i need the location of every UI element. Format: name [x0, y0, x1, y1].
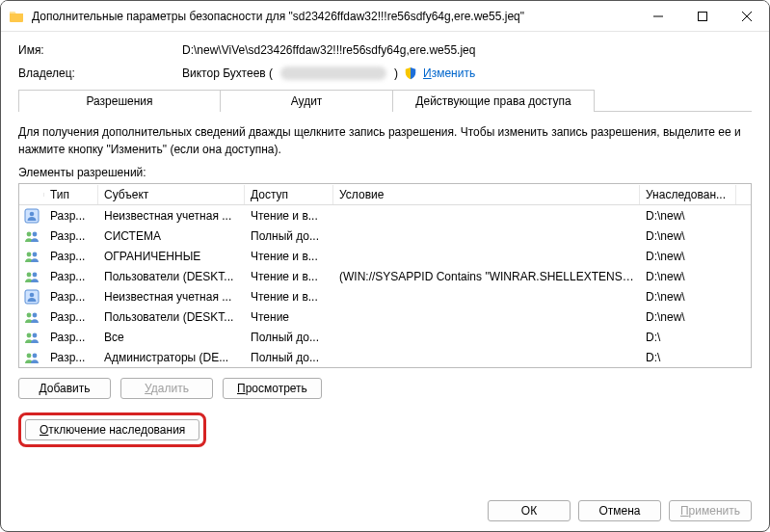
cell-access: Полный до... [245, 349, 333, 366]
owner-label: Владелец: [18, 66, 182, 80]
cell-type: Разр... [44, 349, 98, 366]
table-header: Тип Субъект Доступ Условие Унаследован..… [19, 184, 751, 205]
cell-subject: Неизвестная учетная ... [98, 288, 245, 306]
cell-condition [333, 335, 640, 339]
cell-type: Разр... [44, 268, 98, 285]
cell-inherited: D:\new\ [640, 227, 736, 245]
table-row[interactable]: Разр...Пользователи (DESKT...ЧтениеD:\ne… [19, 306, 751, 327]
cell-inherited: D:\ [640, 329, 736, 346]
table-row[interactable]: Разр...Неизвестная учетная ...Чтение и в… [19, 205, 751, 226]
cell-type: Разр... [44, 248, 98, 265]
window-title: Дополнительные параметры безопасности дл… [32, 10, 636, 23]
owner-name-close: ) [394, 66, 398, 80]
column-inherited[interactable]: Унаследован... [640, 185, 736, 204]
user-icon [19, 206, 44, 226]
cell-inherited: D:\new\ [640, 268, 736, 285]
svg-point-6 [33, 252, 38, 256]
cell-access: Полный до... [245, 227, 333, 245]
svg-point-14 [33, 332, 38, 337]
cell-condition [333, 234, 640, 238]
cell-access: Чтение и в... [245, 288, 333, 306]
tabs: Разрешения Аудит Действующие права досту… [18, 90, 752, 112]
table-row[interactable]: Разр...СИСТЕМАПолный до...D:\new\ [19, 226, 751, 246]
user-icon [19, 287, 44, 306]
svg-rect-0 [699, 12, 707, 20]
cell-inherited: D:\new\ [640, 207, 736, 225]
svg-point-15 [27, 353, 32, 358]
svg-point-10 [30, 292, 35, 297]
table-row[interactable]: Разр...ОГРАНИЧЕННЫЕЧтение и в...D:\new\ [19, 246, 751, 266]
titlebar: Дополнительные параметры безопасности дл… [1, 1, 769, 32]
view-button[interactable]: Просмотреть [223, 378, 322, 399]
cell-condition [333, 315, 640, 319]
cell-type: Разр... [44, 329, 98, 346]
cell-type: Разр... [44, 227, 98, 245]
tab-permissions[interactable]: Разрешения [18, 90, 221, 112]
name-label: Имя: [18, 43, 182, 57]
cell-type: Разр... [44, 207, 98, 225]
cell-access: Чтение и в... [245, 207, 333, 225]
cell-inherited: D:\ [640, 349, 736, 366]
cell-condition [333, 214, 640, 218]
cell-access: Чтение и в... [245, 268, 333, 285]
cell-inherited: D:\new\ [640, 288, 736, 306]
cell-condition: (WIN://SYSAPPID Contains "WINRAR.SHELLEX… [333, 268, 640, 285]
svg-point-2 [30, 211, 35, 216]
group-icon [19, 267, 44, 286]
table-row[interactable]: Разр...ВсеПолный до...D:\ [19, 327, 751, 347]
cell-subject: Администраторы (DE... [98, 349, 245, 366]
add-button[interactable]: Добавить [18, 378, 111, 399]
remove-button: Удалить [120, 378, 213, 399]
group-icon [19, 226, 44, 246]
owner-name: Виктор Бухтеев ( [182, 66, 273, 80]
tab-audit[interactable]: Аудит [220, 90, 393, 112]
cell-access: Чтение и в... [245, 248, 333, 265]
cell-condition [333, 254, 640, 258]
tab-effective-access[interactable]: Действующие права доступа [392, 90, 595, 112]
svg-point-11 [27, 312, 32, 317]
cell-access: Полный до... [245, 329, 333, 346]
cell-type: Разр... [44, 288, 98, 306]
column-access[interactable]: Доступ [245, 185, 333, 204]
svg-point-4 [33, 231, 38, 236]
disable-inheritance-button[interactable]: Отключение наследования [25, 419, 199, 440]
table-row[interactable]: Разр...Пользователи (DESKT...Чтение и в.… [19, 266, 751, 286]
ok-button[interactable]: ОК [488, 500, 571, 521]
column-type[interactable]: Тип [44, 185, 98, 204]
cell-type: Разр... [44, 308, 98, 326]
cell-condition [333, 356, 640, 359]
table-row[interactable]: Разр...Администраторы (DE...Полный до...… [19, 347, 751, 367]
highlight-box: Отключение наследования [18, 412, 206, 447]
permissions-table: Тип Субъект Доступ Условие Унаследован..… [18, 183, 752, 368]
svg-point-8 [33, 272, 38, 277]
apply-button: Применить [669, 500, 752, 521]
owner-email-blurred [280, 66, 386, 80]
permissions-subheading: Элементы разрешений: [18, 166, 752, 179]
table-row[interactable]: Разр...Неизвестная учетная ...Чтение и в… [19, 286, 751, 306]
svg-point-13 [27, 332, 32, 337]
column-subject[interactable]: Субъект [98, 185, 245, 204]
svg-point-3 [27, 231, 32, 236]
close-button[interactable] [725, 1, 769, 31]
change-owner-link[interactable]: Изменить [423, 66, 475, 80]
cell-access: Чтение [245, 308, 333, 326]
cell-inherited: D:\new\ [640, 248, 736, 265]
cell-inherited: D:\new\ [640, 308, 736, 326]
column-condition[interactable]: Условие [333, 185, 640, 204]
dialog-footer: ОК Отмена Применить [488, 500, 752, 521]
cell-subject: СИСТЕМА [98, 227, 245, 245]
cell-subject: Пользователи (DESKT... [98, 308, 245, 326]
name-value: D:\new\ViVe\sd23426ffdaw32!!!re56sdfy64g… [182, 43, 752, 57]
group-icon [19, 307, 44, 327]
folder-icon [9, 9, 24, 24]
cell-subject: Все [98, 329, 245, 346]
maximize-button[interactable] [680, 1, 725, 31]
cell-subject: Неизвестная учетная ... [98, 207, 245, 225]
minimize-button[interactable] [636, 1, 680, 31]
svg-point-7 [27, 272, 32, 277]
description-text: Для получения дополнительных сведений дв… [18, 123, 752, 158]
cell-condition [333, 295, 640, 299]
shield-icon [404, 66, 417, 80]
svg-point-16 [33, 353, 38, 358]
cancel-button[interactable]: Отмена [578, 500, 661, 521]
